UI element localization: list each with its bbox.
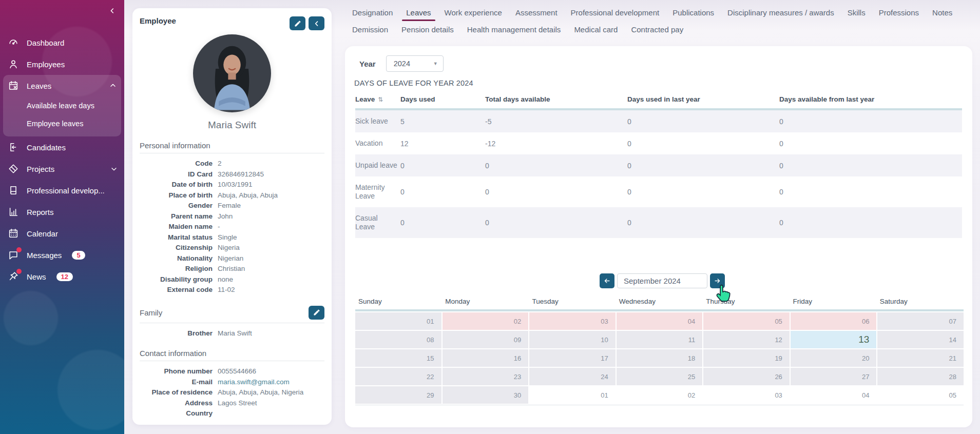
calendar-day-cell[interactable]: 06	[791, 312, 877, 330]
personal-info-title: Personal information	[140, 141, 210, 150]
edit-employee-button[interactable]	[290, 16, 305, 30]
year-select[interactable]: 2024 ▼	[386, 55, 444, 72]
calendar-day-cell[interactable]: 18	[617, 349, 703, 367]
sidebar-item-reports[interactable]: Reports	[0, 201, 124, 223]
field-label: External code	[140, 285, 213, 295]
calendar-day-cell[interactable]: 05	[703, 312, 790, 330]
chevron-left-icon	[108, 7, 117, 15]
calendar-day-cell[interactable]: 25	[617, 368, 703, 385]
calendar-day-cell[interactable]: 22	[355, 368, 441, 385]
total-days-cell: -12	[485, 140, 627, 148]
tab-designation[interactable]: Designation	[352, 8, 393, 17]
tab-contracted-pay[interactable]: Contracted pay	[631, 25, 683, 34]
sidebar-item-professional-development[interactable]: Professional develop...	[0, 180, 124, 201]
calendar-day-cell[interactable]: 03	[529, 312, 616, 330]
days-used-cell: 5	[400, 117, 485, 126]
chevron-left-icon	[313, 20, 320, 27]
field-row: Code 2	[140, 159, 324, 169]
calendar-day-cell[interactable]: 24	[529, 368, 616, 385]
calendar-day-cell[interactable]: 01	[355, 312, 441, 330]
messages-badge: 5	[72, 251, 85, 260]
sidebar-item-news[interactable]: News 12	[0, 266, 124, 287]
calendar-day-cell[interactable]: 16	[443, 349, 529, 367]
calendar-day-cell[interactable]: 08	[355, 331, 441, 348]
sidebar-item-employee-leaves[interactable]: Employee leaves	[3, 114, 121, 132]
calendar-day-cell[interactable]: 29	[355, 386, 441, 404]
calendar-day-cell[interactable]: 17	[529, 349, 616, 367]
calendar-day-cell[interactable]: 04	[617, 312, 703, 330]
sidebar-item-label: Professional develop...	[27, 186, 118, 195]
calendar-day-cell[interactable]: 20	[791, 349, 877, 367]
sidebar-collapse-button[interactable]	[106, 4, 119, 17]
field-label: Religion	[140, 264, 213, 274]
calendar-day-cell[interactable]: 02	[443, 312, 529, 330]
edit-family-button[interactable]	[309, 306, 324, 320]
calendar-day-cell[interactable]: 10	[529, 331, 616, 348]
calendar-day-cell[interactable]: 15	[355, 349, 441, 367]
field-value	[218, 408, 324, 419]
calendar-day-cell[interactable]: 26	[703, 368, 790, 385]
sidebar-item-calendar[interactable]: Calendar	[0, 223, 124, 244]
calendar-day-cell[interactable]: 13	[791, 331, 877, 348]
notification-dot	[16, 269, 22, 274]
field-label: ID Card	[140, 169, 213, 180]
calendar-day-cell[interactable]: 28	[877, 368, 964, 385]
sort-icon[interactable]: ⇅	[378, 96, 383, 103]
days-used-cell: 0	[400, 188, 485, 196]
employee-name: Maria Swift	[140, 120, 324, 131]
calendar-day-cell[interactable]: 23	[443, 368, 529, 385]
sidebar-item-available-leave-days[interactable]: Available leave days	[3, 96, 121, 114]
leave-table-header: Leave ⇅ Days used Total days available D…	[355, 95, 962, 110]
arrow-right-icon	[714, 277, 721, 285]
tab-notes[interactable]: Notes	[932, 8, 952, 17]
sidebar-item-messages[interactable]: Messages 5	[0, 244, 124, 266]
leave-table-body: Sick leave 5 -5 0 0 Vacation 12 -12 0 0 …	[355, 110, 962, 238]
calendar-day-cell[interactable]: 03	[703, 386, 790, 404]
field-value: 326846912845	[218, 169, 324, 180]
calendar-day-cell[interactable]: 05	[877, 386, 964, 404]
tab-demission[interactable]: Demission	[352, 25, 388, 34]
tab-publications[interactable]: Publications	[672, 8, 714, 17]
total-days-cell: 0	[485, 162, 627, 170]
notification-dot	[16, 247, 22, 252]
contact-info-title: Contact information	[140, 349, 206, 358]
sidebar-item-projects[interactable]: Projects	[0, 158, 124, 180]
sidebar-item-candidates[interactable]: Candidates	[0, 136, 124, 158]
field-label: Place of birth	[140, 190, 213, 201]
calendar-day-cell[interactable]: 21	[877, 349, 964, 367]
field-value: maria.swift@gmail.com	[218, 377, 324, 388]
calendar-day-cell[interactable]: 07	[877, 312, 964, 330]
calendar-day-cell[interactable]: 04	[791, 386, 877, 404]
tab-skills[interactable]: Skills	[848, 8, 866, 17]
tab-leaves[interactable]: Leaves	[406, 8, 431, 17]
calendar-day-cell[interactable]: 19	[703, 349, 790, 367]
tab-professions[interactable]: Professions	[879, 8, 919, 17]
calendar-day-cell[interactable]: 09	[443, 331, 529, 348]
calendar-day-cell[interactable]: 27	[791, 368, 877, 385]
tab-pension-details[interactable]: Pension details	[401, 25, 454, 34]
next-month-button[interactable]	[710, 273, 725, 288]
tab-work-experience[interactable]: Work experience	[445, 8, 502, 17]
sidebar-item-label: Reports	[27, 208, 118, 216]
sidebar-item-employees[interactable]: Employees	[0, 53, 124, 75]
previous-month-button[interactable]	[600, 273, 614, 288]
calendar-day-cell[interactable]: 14	[877, 331, 964, 348]
calendar-day-cell[interactable]: 02	[617, 386, 703, 404]
tab-professional-development[interactable]: Professional development	[571, 8, 660, 17]
back-button[interactable]	[309, 16, 324, 30]
tab-disciplinary-measures[interactable]: Disciplinary measures / awards	[727, 8, 834, 17]
employee-card-title: Employee	[140, 16, 290, 25]
field-label: Nationality	[140, 253, 213, 264]
leave-type-cell: Sick leave	[355, 115, 400, 128]
tab-medical-card[interactable]: Medical card	[574, 25, 618, 34]
calendar-day-cell[interactable]: 12	[703, 331, 790, 348]
tab-health-management-details[interactable]: Health management details	[467, 25, 561, 34]
sidebar-item-dashboard[interactable]: Dashboard	[0, 32, 124, 53]
sidebar-item-leaves[interactable]: Leaves	[3, 75, 121, 96]
calendar-day-cell[interactable]: 01	[529, 386, 616, 404]
calendar-day-cell[interactable]: 30	[443, 386, 529, 404]
calendar-day-cell[interactable]: 11	[617, 331, 703, 348]
month-input[interactable]: September 2024	[617, 273, 707, 288]
tab-assessment[interactable]: Assessment	[515, 8, 558, 17]
column-leave: Leave	[355, 95, 375, 103]
